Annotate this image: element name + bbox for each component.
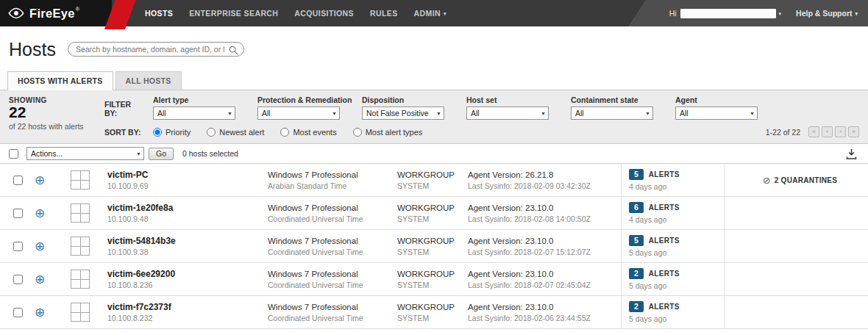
host-domain: WORKGROUP xyxy=(397,203,468,214)
host-os: Windows 7 Professional xyxy=(268,269,397,280)
go-button[interactable]: Go xyxy=(149,148,174,160)
brand-name: FireEye xyxy=(29,7,75,21)
sort-radio[interactable] xyxy=(207,128,216,137)
alerts-age: 4 days ago xyxy=(629,181,724,192)
host-ip: 10.100.8.236 xyxy=(107,280,268,290)
host-domain: WORKGROUP xyxy=(397,302,468,313)
table-row: ⊕ victim-1e20fe8a 10.100.9.48 Windows 7 … xyxy=(0,197,868,230)
hostname-link[interactable]: victim-f7c2373f xyxy=(107,302,268,313)
filter-by-label: FILTER BY: xyxy=(104,100,146,120)
redacted-username xyxy=(680,9,776,18)
filter-group-agent: Agent All ▼ xyxy=(675,95,758,120)
host-os-icon xyxy=(71,270,90,289)
nav-admin[interactable]: ADMIN ▾ xyxy=(406,0,455,26)
sort-option-most-alert-types[interactable]: Most alert types xyxy=(353,128,423,137)
hostname-link[interactable]: victim-1e20fe8a xyxy=(107,203,268,214)
hostname-link[interactable]: victim-6ee29200 xyxy=(107,269,268,280)
filter-group-protection: Protection & Remediation All ▼ xyxy=(257,95,340,120)
host-ip: 10.100.9.48 xyxy=(107,214,268,224)
alerts-label[interactable]: ALERTS xyxy=(649,237,680,245)
host-os: Windows 7 Professional xyxy=(268,170,397,181)
sort-option-most-events[interactable]: Most events xyxy=(280,128,336,137)
agent-version: Agent Version: 23.10.0 xyxy=(468,203,621,214)
filter-group-containment: Containment state All ▼ xyxy=(571,95,653,120)
sort-radio[interactable] xyxy=(280,128,289,137)
first-page-button[interactable]: « xyxy=(808,126,819,137)
top-nav-bar: FireEye ® HOSTS ENTERPRISE SEARCH ACQUIS… xyxy=(0,0,868,26)
hostname-link[interactable]: victim-54814b3e xyxy=(107,236,268,247)
sort-option-newest-alert[interactable]: Newest alert xyxy=(207,128,264,137)
chevron-down-icon: ▼ xyxy=(136,148,141,160)
expand-host-icon[interactable]: ⊕ xyxy=(35,207,45,220)
filter-panel: SHOWING 22 of 22 hosts with alerts FILTE… xyxy=(0,90,868,144)
table-row: ⊕ victim-f7c2373f 10.100.8.232 Windows 7… xyxy=(0,296,868,329)
hostname-link[interactable]: victim-PC xyxy=(107,170,268,181)
alerts-age: 5 days ago xyxy=(629,314,724,324)
fireeye-logo[interactable]: FireEye ® xyxy=(7,0,79,26)
alert-count-badge: 2 xyxy=(629,301,644,312)
host-set-select[interactable]: All ▼ xyxy=(466,107,549,120)
filter-group-host-set: Host set All ▼ xyxy=(466,95,549,120)
host-user: SYSTEM xyxy=(397,280,468,290)
row-checkbox[interactable] xyxy=(13,209,23,218)
host-os-icon xyxy=(71,303,90,322)
tab-all-hosts[interactable]: ALL HOSTS xyxy=(115,71,182,90)
nav-acquisitions[interactable]: ACQUISITIONS xyxy=(286,0,362,26)
row-checkbox[interactable] xyxy=(13,242,23,251)
actions-select[interactable]: Actions... ▼ xyxy=(26,147,144,160)
quarantine-info[interactable]: ⊘ 2 QUARANTINES xyxy=(763,176,837,185)
containment-state-select[interactable]: All ▼ xyxy=(571,107,653,120)
tab-hosts-with-alerts[interactable]: HOSTS WITH ALERTS xyxy=(7,71,113,90)
host-ip: 10.100.8.232 xyxy=(107,313,268,323)
help-support-menu[interactable]: Help & Support ▾ xyxy=(796,9,858,18)
last-page-button[interactable]: » xyxy=(848,126,859,137)
chevron-down-icon: ▼ xyxy=(436,107,441,120)
alert-count-badge: 5 xyxy=(629,169,644,180)
alerts-label[interactable]: ALERTS xyxy=(649,203,680,212)
alert-type-select[interactable]: All ▼ xyxy=(153,107,235,120)
host-domain: WORKGROUP xyxy=(397,170,468,181)
user-menu[interactable]: Hi ▾ xyxy=(669,9,781,18)
select-all-checkbox[interactable] xyxy=(9,149,18,159)
pagination-range: 1-22 of 22 xyxy=(766,128,800,137)
nav-hosts[interactable]: HOSTS xyxy=(137,0,181,26)
sort-radio[interactable] xyxy=(153,128,162,137)
agent-version: Agent Version: 23.10.0 xyxy=(468,269,621,280)
sort-radio[interactable] xyxy=(353,128,362,137)
alerts-age: 4 days ago xyxy=(629,214,724,225)
sort-by-label: SORT BY: xyxy=(104,128,144,137)
quarantine-icon: ⊘ xyxy=(763,176,771,185)
expand-host-icon[interactable]: ⊕ xyxy=(35,240,45,253)
download-icon[interactable] xyxy=(845,148,858,160)
chevron-down-icon: ▾ xyxy=(855,11,858,17)
host-ip: 10.100.9.69 xyxy=(107,181,268,191)
alerts-label[interactable]: ALERTS xyxy=(649,303,680,311)
alerts-label[interactable]: ALERTS xyxy=(649,270,680,278)
search-icon xyxy=(229,45,238,58)
row-checkbox[interactable] xyxy=(13,275,23,284)
last-sysinfo: Last Sysinfo: 2018-02-09 03:42:30Z xyxy=(468,181,621,191)
protection-remediation-select[interactable]: All ▼ xyxy=(257,107,340,120)
agent-select[interactable]: All ▼ xyxy=(675,107,758,120)
nav-enterprise-search[interactable]: ENTERPRISE SEARCH xyxy=(181,0,286,26)
filter-row: FILTER BY: Alert type All ▼ Protection &… xyxy=(104,95,859,120)
sort-option-priority[interactable]: Priority xyxy=(153,128,191,137)
results-summary: SHOWING 22 of 22 hosts with alerts xyxy=(9,96,84,131)
row-checkbox[interactable] xyxy=(13,308,23,317)
host-os-icon xyxy=(71,203,90,223)
expand-host-icon[interactable]: ⊕ xyxy=(35,306,45,319)
agent-version: Agent Version: 26.21.8 xyxy=(468,170,621,181)
nav-rules[interactable]: RULES xyxy=(362,0,406,26)
next-page-button[interactable]: › xyxy=(835,126,846,137)
expand-host-icon[interactable]: ⊕ xyxy=(35,174,45,187)
alerts-label[interactable]: ALERTS xyxy=(649,170,680,178)
host-user: SYSTEM xyxy=(397,214,468,224)
agent-version: Agent Version: 23.10.0 xyxy=(468,236,621,247)
disposition-select[interactable]: Not False Positive ▼ xyxy=(362,107,444,120)
search-input[interactable] xyxy=(68,42,244,57)
expand-host-icon[interactable]: ⊕ xyxy=(35,273,45,286)
host-domain: WORKGROUP xyxy=(397,269,468,280)
prev-page-button[interactable]: ‹ xyxy=(822,126,833,137)
row-checkbox[interactable] xyxy=(13,176,23,185)
registered-mark: ® xyxy=(76,7,79,12)
